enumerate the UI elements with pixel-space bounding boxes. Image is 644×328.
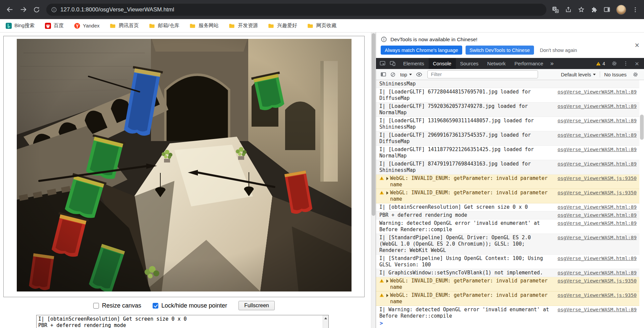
info-icon bbox=[381, 36, 387, 43]
console-message-row: WebGL: INVALID_ENUM: getParameter: inval… bbox=[376, 291, 639, 306]
console-source-link[interactable]: osgVerse_ViewerWASM.js:9350 bbox=[551, 292, 637, 299]
tab-sources[interactable]: Sources bbox=[456, 58, 483, 69]
console-message-text: I| [LoaderGLTF] 13196865903111448057.jpg… bbox=[379, 118, 551, 130]
warning-icon bbox=[379, 278, 384, 283]
more-tabs-icon[interactable]: » bbox=[548, 60, 556, 67]
console-source-link[interactable]: osgVerse_ViewerWASM.js:9350 bbox=[551, 278, 637, 284]
log-scrollbar[interactable] bbox=[323, 315, 328, 328]
devtools-panel: DevTools is now available in Chinese! Al… bbox=[376, 32, 644, 328]
log-levels-dropdown[interactable]: Default levels bbox=[561, 72, 596, 77]
menu-icon[interactable] bbox=[632, 6, 639, 13]
console-source-link[interactable]: osgVerse_ViewerWASM.js:9350 bbox=[551, 175, 637, 182]
site-info-icon[interactable] bbox=[51, 7, 57, 13]
console-messages: ShininessMapI| [LoaderGLTF] 677280444815… bbox=[376, 80, 644, 318]
bookmark-item[interactable]: 百度 bbox=[45, 22, 64, 29]
console-source-link[interactable]: osgVerse_ViewerWASM.html:89 bbox=[551, 235, 637, 241]
tab-network[interactable]: Network bbox=[483, 58, 510, 69]
match-language-button[interactable]: Always match Chrome's language bbox=[381, 46, 462, 55]
console-message-text: I| GraphicsWindow::setSyncToVBlank(1) no… bbox=[379, 270, 543, 276]
translate-icon[interactable] bbox=[552, 6, 559, 13]
issues-counter[interactable]: No Issues bbox=[604, 72, 627, 77]
bookmark-item[interactable]: 网页收藏 bbox=[307, 22, 336, 29]
clear-console-icon[interactable] bbox=[388, 70, 397, 79]
expand-arrow-icon[interactable] bbox=[386, 175, 388, 182]
expand-arrow-icon[interactable] bbox=[386, 292, 388, 299]
lock-pointer-checkbox[interactable] bbox=[153, 303, 158, 309]
bookmark-item[interactable]: 兴趣爱好 bbox=[268, 22, 297, 29]
console-message-text: Warning: detected OpenGL error 'invalid … bbox=[379, 220, 551, 233]
baidu-icon bbox=[45, 22, 51, 29]
devtools-close-icon[interactable]: × bbox=[632, 59, 642, 68]
log-textarea[interactable]: I| [obtainScreenResolution] Get screen s… bbox=[36, 315, 329, 328]
extensions-icon[interactable] bbox=[591, 6, 598, 13]
devtools-menu-icon[interactable] bbox=[621, 59, 631, 68]
bookmark-item[interactable]: 服务网站 bbox=[190, 22, 219, 29]
side-panel-icon[interactable] bbox=[603, 6, 610, 13]
reload-button[interactable] bbox=[30, 3, 43, 16]
warning-icon bbox=[379, 190, 384, 195]
bookmark-item[interactable]: Bing搜索 bbox=[5, 22, 35, 29]
console-prompt[interactable]: > bbox=[376, 318, 644, 328]
console-scrollbar-thumb[interactable] bbox=[640, 115, 644, 140]
console-source-link[interactable]: osgVerse_ViewerWASM.html:89 bbox=[551, 204, 637, 210]
prompt-chevron-icon: > bbox=[380, 320, 383, 326]
warnings-badge[interactable]: 4 bbox=[593, 61, 608, 66]
console-source-link[interactable]: osgVerse_ViewerWASM.html:89 bbox=[551, 270, 637, 276]
console-filter-input[interactable] bbox=[427, 70, 538, 78]
browser-toolbar: 127.0.0.1:8000/osgVerse_ViewerWASM.html bbox=[0, 0, 644, 19]
back-button[interactable] bbox=[3, 3, 16, 16]
expand-arrow-icon[interactable] bbox=[386, 278, 388, 284]
url-text: 127.0.0.1:8000/osgVerse_ViewerWASM.html bbox=[60, 6, 174, 13]
lock-pointer-label: Lock/hide mouse pointer bbox=[161, 302, 227, 309]
context-selector[interactable]: top bbox=[397, 72, 415, 77]
profile-avatar[interactable] bbox=[616, 5, 626, 15]
console-source-link[interactable]: osgVerse_ViewerWASM.html:89 bbox=[551, 89, 637, 95]
log-lines: I| [obtainScreenResolution] Get screen s… bbox=[38, 316, 321, 328]
console-source-link[interactable]: osgVerse_ViewerWASM.html:89 bbox=[551, 103, 637, 110]
devtools-tabs: ElementsConsoleSourcesNetworkPerformance bbox=[399, 58, 548, 69]
tab-performance[interactable]: Performance bbox=[510, 58, 548, 69]
tab-elements[interactable]: Elements bbox=[399, 58, 429, 69]
console-source-link[interactable]: osgVerse_ViewerWASM.html:89 bbox=[551, 146, 637, 153]
console-source-link[interactable]: osgVerse_ViewerWASM.html:89 bbox=[551, 212, 637, 218]
yandex-icon bbox=[74, 22, 80, 29]
window-content: Resize canvas Lock/hide mouse pointer Fu… bbox=[0, 32, 644, 328]
console-source-link[interactable]: osgVerse_ViewerWASM.html:89 bbox=[551, 307, 637, 313]
console-settings-icon[interactable] bbox=[631, 70, 640, 79]
device-toolbar-icon[interactable] bbox=[387, 59, 397, 68]
page-scrollbar-thumb[interactable] bbox=[372, 33, 375, 216]
bookmark-item[interactable]: Yandex bbox=[74, 22, 100, 29]
bookmark-label: Yandex bbox=[83, 23, 100, 28]
url-bar[interactable]: 127.0.0.1:8000/osgVerse_ViewerWASM.html bbox=[46, 4, 546, 16]
console-sidebar-icon[interactable] bbox=[379, 70, 388, 79]
bookmark-label: 开发资源 bbox=[238, 22, 258, 29]
console-source-link[interactable]: osgVerse_ViewerWASM.html:89 bbox=[551, 161, 637, 167]
scroll-up-icon[interactable] bbox=[324, 317, 327, 319]
bookmark-item[interactable]: 邮箱/仓库 bbox=[149, 22, 179, 29]
inspect-icon[interactable] bbox=[377, 59, 387, 68]
tab-console[interactable]: Console bbox=[429, 58, 456, 69]
console-source-link[interactable]: osgVerse_ViewerWASM.html:89 bbox=[551, 255, 637, 262]
notice-close-icon[interactable]: × bbox=[635, 42, 639, 49]
devtools-settings-icon[interactable] bbox=[609, 59, 619, 68]
console-source-link[interactable]: osgVerse_ViewerWASM.html:89 bbox=[551, 118, 637, 124]
switch-chinese-button[interactable]: Switch DevTools to Chinese bbox=[466, 46, 534, 55]
eye-icon[interactable] bbox=[415, 70, 424, 79]
console-source-link[interactable]: osgVerse_ViewerWASM.html:89 bbox=[551, 132, 637, 138]
resize-canvas-checkbox[interactable] bbox=[93, 303, 99, 309]
bookmark-item[interactable]: 开发资源 bbox=[229, 22, 258, 29]
webgl-canvas[interactable] bbox=[17, 39, 352, 291]
page-scrollbar[interactable] bbox=[371, 32, 376, 328]
bookmark-item[interactable]: 腾讯首页 bbox=[110, 22, 139, 29]
console-source-link[interactable]: osgVerse_ViewerWASM.html:89 bbox=[551, 220, 637, 226]
console-scrollbar[interactable] bbox=[640, 113, 644, 327]
bookmark-star-icon[interactable] bbox=[578, 6, 585, 13]
dont-show-again-button[interactable]: Don't show again bbox=[537, 48, 580, 53]
fullscreen-button[interactable]: Fullscreen bbox=[238, 301, 275, 310]
bookmark-label: 兴趣爱好 bbox=[277, 22, 297, 29]
expand-arrow-icon[interactable] bbox=[386, 190, 388, 196]
share-icon[interactable] bbox=[565, 6, 572, 13]
console-source-link[interactable]: osgVerse_ViewerWASM.js:9350 bbox=[551, 190, 637, 196]
bookmark-label: Bing搜索 bbox=[14, 22, 35, 29]
forward-button[interactable] bbox=[17, 3, 30, 16]
